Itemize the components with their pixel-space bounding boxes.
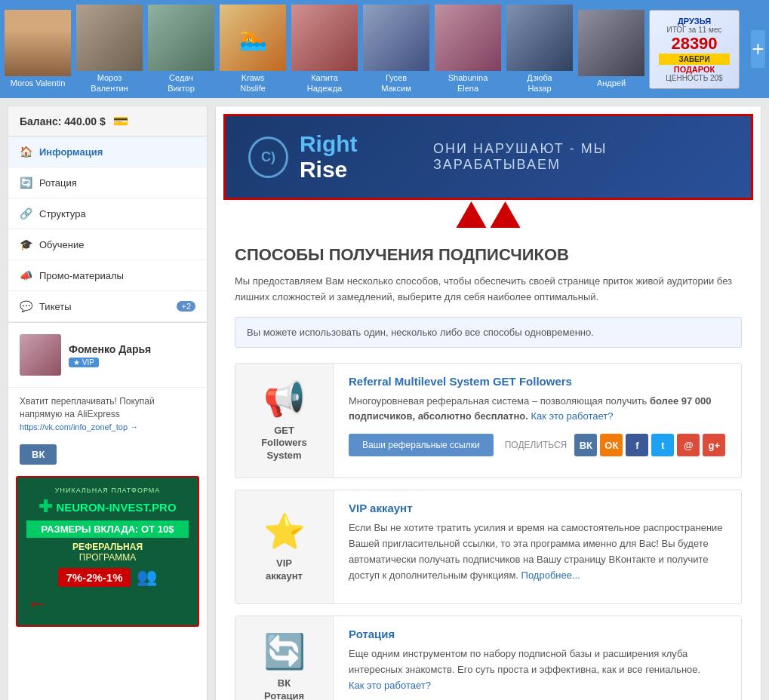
people-icon: 👥: [137, 567, 157, 587]
nav-item-tickets[interactable]: 💬 Тикеты +2: [8, 291, 207, 322]
rotation-icon: 🔄: [20, 177, 32, 189]
top-ad-banner[interactable]: ДРУЗЬЯ ИТОГ за 11 мес 28390 ЗАБЕРИ ПОДАР…: [649, 10, 740, 89]
actions-row-followers: Ваши реферальные ссылки ПОДЕЛИТЬСЯ ВК ОК…: [349, 434, 726, 456]
period-label: ИТОГ за 11 мес: [659, 26, 730, 34]
method-content-rotation: Ротация Еще одним инструментом по набору…: [334, 616, 741, 700]
main-wrapper: Баланс: 440.00 $ 💳 🏠 Информация 🔄 Ротаци…: [0, 98, 769, 700]
ref-links-button[interactable]: Ваши реферальные ссылки: [349, 434, 494, 456]
nav-item-structure[interactable]: 🔗 Структура: [8, 198, 207, 229]
nav-label-education: Обучение: [39, 239, 84, 250]
tickets-icon: 💬: [20, 300, 32, 312]
nav-label-structure: Структура: [39, 208, 86, 220]
avatar-5[interactable]: КапитаНадежда: [291, 5, 358, 93]
user-name: Фоменко Дарья: [69, 343, 195, 355]
add-friend-button[interactable]: +: [751, 30, 765, 68]
card-icon: 💳: [113, 114, 128, 128]
avatar-2[interactable]: МорозВалентин: [75, 5, 143, 93]
education-icon: 🎓: [20, 238, 32, 250]
nav-label-tickets: Тикеты: [39, 301, 72, 312]
sidebar: Баланс: 440.00 $ 💳 🏠 Информация 🔄 Ротаци…: [8, 106, 208, 700]
gg-social-btn[interactable]: g+: [703, 434, 725, 456]
tickets-badge: +2: [177, 301, 195, 312]
method-desc-followers: Многоуровневая реферальная система – поз…: [349, 394, 726, 425]
social-buttons: ВК ОК f t @ g+: [574, 434, 725, 456]
nav-item-info[interactable]: 🏠 Информация: [8, 137, 207, 167]
vk-social-btn[interactable]: ВК: [574, 434, 597, 456]
prize-label: ПОДАРОК: [659, 65, 730, 74]
nav-menu: 🏠 Информация 🔄 Ротация 🔗 Структура 🎓: [8, 137, 207, 322]
right-rise-banner[interactable]: C) Right Rise ОНИ НАРУШАЮТ - МЫ ЗАРАБАТЫ…: [226, 116, 751, 198]
how-it-works-link-1[interactable]: Как это работает?: [531, 410, 613, 422]
sizes-label: РАЗМЕРЫ ВКЛАДА: ОТ 10$: [26, 520, 189, 538]
nav-label-promo: Промо-материалы: [39, 270, 124, 281]
avatar-6[interactable]: ГусевМаксим: [362, 5, 430, 93]
big-number: 28390: [659, 34, 730, 54]
bottom-sidebar-ad[interactable]: УНИКАЛЬНАЯ ПЛАТФОРМА ✚ NEURON-INVEST.PRO…: [16, 476, 199, 627]
promo-main-text: Хватит переплачивать! Покупай напрямую н…: [20, 396, 155, 419]
user-avatar: [20, 334, 61, 376]
method-title-followers: Referral Multilevel System GET Followers: [349, 375, 726, 388]
content-area: C) Right Rise ОНИ НАРУШАЮТ - МЫ ЗАРАБАТЫ…: [215, 106, 761, 700]
user-section: Фоменко Дарья ★ VIP: [8, 322, 207, 387]
star-icon: ⭐: [263, 511, 306, 551]
home-icon: 🏠: [20, 146, 32, 158]
section-desc: Мы предоставляем Вам несколько способов,…: [235, 274, 742, 305]
method-desc-vip: Если Вы не хотите тратить усилия и время…: [349, 520, 726, 583]
method-card-rotation: 🔄 ВКРотация Ротация Еще одним инструмент…: [235, 616, 742, 700]
vk-share-button[interactable]: ВК: [20, 444, 57, 465]
em-social-btn[interactable]: @: [677, 434, 700, 456]
ok-social-btn[interactable]: ОК: [600, 434, 623, 456]
vip-badge: ★ VIP: [69, 358, 99, 367]
brand-name: NEURON-INVEST.PRO: [56, 501, 176, 514]
logo-circle: C): [248, 137, 288, 178]
method-card-followers: 📢 GETFollowers System Referral Multileve…: [235, 363, 742, 479]
nav-label-rotation: Ротация: [39, 177, 77, 189]
share-label: ПОДЕЛИТЬСЯ: [505, 440, 568, 450]
rotation-big-icon: 🔄: [263, 631, 306, 671]
banner-arrows: [457, 201, 521, 228]
nav-label-info: Информация: [39, 146, 103, 158]
avatar-4[interactable]: 🏊 KrawsNbslife: [219, 5, 287, 93]
avatar-1[interactable]: Moros Valentin: [4, 10, 72, 88]
top-bar: Moros Valentin МорозВалентин СедачВиктор…: [0, 0, 769, 98]
program-label: ПРОГРАММА: [26, 552, 189, 563]
method-desc-rotation: Еще одним инструментом по набору подписн…: [349, 646, 726, 693]
method-label-vip: VIPаккаунт: [266, 557, 303, 583]
arrow-left-decoration: ←: [26, 591, 189, 616]
nav-item-promo[interactable]: 📣 Промо-материалы: [8, 260, 207, 291]
ref-label: РЕФЕРАЛЬНАЯ: [26, 542, 189, 552]
method-label-rotation: ВКРотация: [264, 677, 304, 700]
structure-icon: 🔗: [20, 207, 32, 220]
avatar-3[interactable]: СедачВиктор: [147, 5, 215, 93]
avatar-8[interactable]: ДзюбаНазар: [506, 5, 574, 93]
promo-icon: 📣: [20, 269, 32, 281]
percent-label: 7%-2%-1%: [58, 568, 130, 587]
method-title-rotation: Ротация: [349, 628, 726, 640]
method-icon-vip: ⭐ VIPаккаунт: [235, 490, 334, 603]
info-box: Вы можете использовать один, несколько л…: [235, 317, 742, 348]
banner-slogan: ОНИ НАРУШАЮТ - МЫ ЗАРАБАТЫВАЕМ: [433, 141, 728, 173]
take-button[interactable]: ЗАБЕРИ: [659, 54, 730, 65]
fb-social-btn[interactable]: f: [626, 434, 648, 456]
method-card-vip: ⭐ VIPаккаунт VIP аккаунт Если Вы не хоти…: [235, 490, 742, 604]
nav-item-education[interactable]: 🎓 Обучение: [8, 229, 207, 260]
more-details-link[interactable]: Подробнее...: [521, 570, 580, 581]
how-it-works-link-2[interactable]: Как это работает?: [349, 680, 431, 691]
nav-item-rotation[interactable]: 🔄 Ротация: [8, 167, 207, 198]
method-label-followers: GETFollowers System: [243, 425, 325, 463]
user-info: Фоменко Дарья ★ VIP: [69, 343, 195, 367]
right-rise-banner-wrapper: C) Right Rise ОНИ НАРУШАЮТ - МЫ ЗАРАБАТЫ…: [223, 114, 753, 200]
megaphone-icon: 📢: [263, 379, 306, 419]
tw-social-btn[interactable]: t: [651, 434, 674, 456]
method-content-vip: VIP аккаунт Если Вы не хотите тратить ус…: [334, 490, 741, 603]
method-title-vip: VIP аккаунт: [349, 502, 726, 514]
promo-link[interactable]: https://vk.com/info_zonef_top →: [20, 422, 138, 431]
avatar-7[interactable]: ShabuninaElena: [434, 5, 502, 93]
balance-text: Баланс: 440.00 $: [20, 115, 106, 127]
promo-text-block: Хватит переплачивать! Покупай напрямую н…: [8, 387, 207, 441]
section-title: СПОСОБЫ ПОЛУЧЕНИЯ ПОДПИСЧИКОВ: [235, 245, 742, 265]
method-icon-followers: 📢 GETFollowers System: [235, 364, 334, 478]
avatar-9[interactable]: Андрей: [577, 10, 645, 88]
friends-label: ДРУЗЬЯ: [659, 17, 730, 26]
balance-bar: Баланс: 440.00 $ 💳: [8, 106, 207, 137]
